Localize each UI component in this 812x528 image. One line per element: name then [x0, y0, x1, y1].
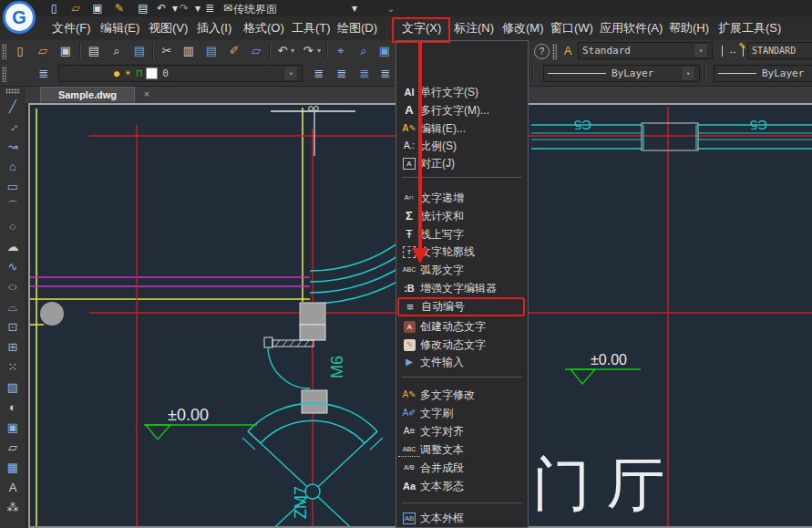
- menu-item-text-align[interactable]: A≡文字对齐: [398, 422, 526, 440]
- toolbar-grip[interactable]: [552, 44, 557, 59]
- toolbar-grip[interactable]: [2, 44, 6, 59]
- tab-sample-dwg[interactable]: Sample.dwg: [40, 87, 135, 102]
- copy-icon[interactable]: ▥: [180, 42, 198, 60]
- menu-item-single-line-text[interactable]: AI单行文字(S): [398, 83, 526, 101]
- menu-window[interactable]: 窗口(W): [547, 19, 597, 37]
- menu-item-multi-text-modify[interactable]: A✎多文字修改: [398, 386, 526, 404]
- menu-item-enhanced-text-editor[interactable]: :B增强文字编辑器: [398, 279, 526, 297]
- color-select[interactable]: ByLayer ▾: [543, 65, 700, 82]
- layer-previous-icon[interactable]: ≣: [333, 65, 351, 83]
- spline-tool-icon[interactable]: ∿: [0, 257, 26, 277]
- chevron-down-icon[interactable]: ▾: [694, 43, 708, 58]
- toolbar-overflow-icon[interactable]: ⌄: [383, 2, 399, 16]
- save-as-icon[interactable]: ✎: [111, 2, 128, 16]
- menu-item-adjust-text[interactable]: ABC调整文本: [398, 440, 526, 459]
- print-icon[interactable]: ▤: [135, 2, 151, 16]
- insert-block-tool-icon[interactable]: ⊡: [0, 317, 26, 337]
- match-properties-icon[interactable]: ▱: [247, 42, 265, 60]
- menu-item-file-input[interactable]: ▶文件输入: [398, 353, 526, 371]
- menu-item-edit-text[interactable]: A✎编辑(E)...: [398, 119, 526, 138]
- line-tool-icon[interactable]: ╱: [0, 97, 26, 117]
- toolbar-grip[interactable]: [5, 88, 20, 94]
- gradient-tool-icon[interactable]: ◐: [0, 398, 26, 418]
- menu-item-text-brush[interactable]: A✐文字刷: [398, 404, 526, 422]
- zoom-realtime-icon[interactable]: ⌕: [355, 42, 373, 60]
- text-tool-icon[interactable]: A: [0, 478, 26, 498]
- save-icon[interactable]: ▣: [89, 2, 106, 16]
- menu-item-text-increment[interactable]: A²↑文字递增: [398, 189, 526, 207]
- region-tool-icon[interactable]: ▣: [0, 418, 26, 438]
- menu-view[interactable]: 视图(V): [145, 19, 191, 37]
- polygon-tool-icon[interactable]: ⌂: [0, 157, 26, 177]
- workspace-label[interactable]: 传统界面: [233, 2, 277, 17]
- layer-lock-icon[interactable]: ⊓: [137, 67, 143, 79]
- point-style-tool-icon[interactable]: ⁂: [0, 498, 26, 518]
- layer-freeze-icon[interactable]: ☀: [125, 67, 131, 79]
- open-file-icon[interactable]: ▱: [34, 42, 52, 60]
- menu-item-text-frame[interactable]: AB文本外框: [398, 509, 526, 527]
- menu-item-mtext[interactable]: A多行文字(M)...: [398, 101, 526, 119]
- layer-select[interactable]: ● ☀ ⊓ 0 ▾: [58, 65, 303, 82]
- menu-help[interactable]: 帮助(H): [665, 19, 713, 37]
- menu-item-text-scale[interactable]: A.:比例(S): [398, 137, 526, 155]
- menu-item-modify-dynamic-text[interactable]: ✎修改动态文字: [398, 336, 526, 354]
- cut-icon[interactable]: ✂: [158, 42, 176, 60]
- make-block-tool-icon[interactable]: ⊞: [0, 337, 26, 357]
- save-file-icon[interactable]: ▣: [57, 42, 75, 60]
- menu-item-text-on-line[interactable]: Ŧ线上写字: [398, 225, 526, 243]
- print-preview-icon[interactable]: ⌕: [108, 42, 126, 60]
- linetype-select[interactable]: ByLayer: [714, 65, 812, 82]
- publish-icon[interactable]: ▤: [130, 42, 149, 60]
- new-icon[interactable]: ▯: [46, 2, 62, 16]
- paste-icon[interactable]: ▤: [202, 42, 221, 60]
- open-icon[interactable]: ▱: [67, 2, 84, 16]
- menu-insert[interactable]: 插入(I): [193, 19, 235, 37]
- rectangle-tool-icon[interactable]: ▭: [0, 177, 26, 197]
- construction-line-tool-icon[interactable]: ↔: [0, 117, 26, 137]
- layer-properties-icon[interactable]: ≣: [35, 65, 53, 83]
- undo-list-icon[interactable]: ▾: [288, 42, 297, 60]
- pan-icon[interactable]: ⌖: [332, 42, 350, 60]
- menu-item-create-dynamic-text[interactable]: A创建动态文字: [398, 317, 526, 336]
- menu-item-auto-number[interactable]: ≡自动编号: [397, 297, 525, 316]
- ellipse-arc-tool-icon[interactable]: ⌓: [0, 297, 26, 317]
- layer-states-icon[interactable]: ≣: [355, 65, 374, 83]
- workspace-dropdown-icon[interactable]: ▾: [346, 2, 363, 16]
- redo-list-icon[interactable]: ▾: [314, 42, 324, 60]
- ellipse-tool-icon[interactable]: ○: [0, 277, 26, 297]
- menu-dimension[interactable]: 标注(N): [450, 19, 498, 37]
- dim-style-manager-icon[interactable]: ↔ ✎: [722, 46, 744, 57]
- menu-format[interactable]: 格式(O): [240, 19, 288, 37]
- menu-express-apps[interactable]: 应用软件(A): [596, 19, 666, 37]
- text-style-manager-icon[interactable]: A: [559, 42, 577, 60]
- circle-tool-icon[interactable]: ○: [0, 217, 26, 237]
- menu-item-merge-paragraph[interactable]: A/B合并成段: [398, 459, 526, 477]
- toolbar-grip[interactable]: [2, 67, 6, 82]
- zoom-window-icon[interactable]: ▣: [375, 42, 394, 60]
- format-painter-icon[interactable]: ✐: [225, 42, 243, 60]
- help-icon[interactable]: ?: [534, 44, 550, 59]
- menu-item-text-shape[interactable]: Aa文本形态: [398, 477, 526, 495]
- menu-item-arc-text[interactable]: ABC弧形文字: [398, 261, 526, 279]
- menu-modify[interactable]: 修改(M): [499, 19, 548, 37]
- close-tab-icon[interactable]: ×: [140, 88, 153, 101]
- menu-item-text-justify[interactable]: A对正(J): [398, 154, 526, 172]
- make-object-layer-current-icon[interactable]: ≣: [310, 65, 328, 83]
- layers-icon[interactable]: ≣: [201, 2, 218, 16]
- menu-draw[interactable]: 绘图(D): [334, 19, 381, 37]
- menu-edit[interactable]: 编辑(E): [97, 19, 143, 37]
- revision-cloud-tool-icon[interactable]: ☁: [0, 237, 26, 257]
- layer-on-icon[interactable]: ●: [114, 68, 119, 78]
- hatch-tool-icon[interactable]: ▨: [0, 378, 26, 398]
- print-file-icon[interactable]: ▤: [85, 42, 103, 60]
- chevron-down-icon[interactable]: ▾: [283, 66, 298, 81]
- arc-tool-icon[interactable]: ⌒: [0, 197, 26, 217]
- menu-file[interactable]: 文件(F): [48, 19, 95, 37]
- boundary-tool-icon[interactable]: ▱: [0, 438, 26, 458]
- menu-item-text-sum[interactable]: Σ统计求和: [398, 207, 526, 225]
- layer-walk-icon[interactable]: ≣: [376, 65, 395, 83]
- text-style-select[interactable]: Standard ▾: [578, 42, 713, 59]
- multiple-points-tool-icon[interactable]: ⁙: [0, 357, 26, 378]
- new-file-icon[interactable]: ▯: [11, 42, 29, 60]
- menu-express-tools[interactable]: 扩展工具(S): [714, 19, 785, 37]
